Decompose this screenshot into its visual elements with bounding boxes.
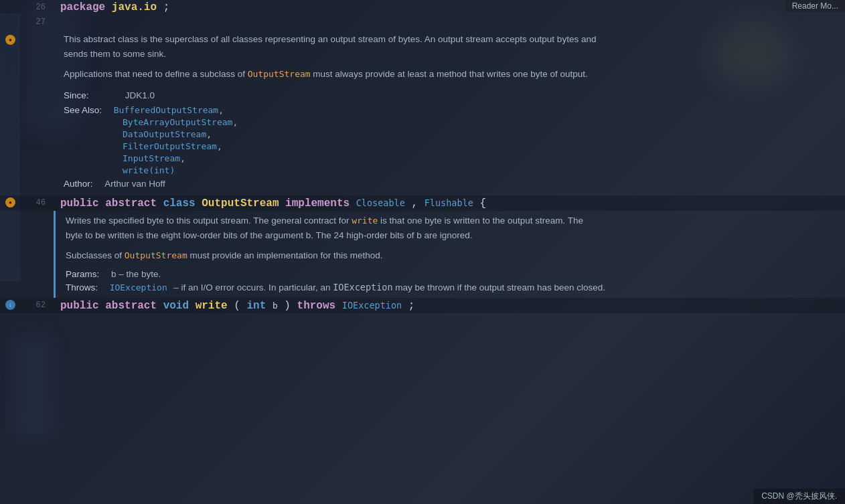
line-num-46: 46 ● (0, 195, 54, 210)
author-row: Author: Arthur van Hoff (64, 178, 845, 190)
see-bytearray[interactable]: ByteArrayOutputStream (123, 117, 232, 127)
code-line-62: public abstract void write ( int b ) thr… (54, 298, 845, 313)
line-num-26: 26 (0, 0, 54, 15)
method-desc-para1: Writes the specified byte to this output… (66, 214, 601, 243)
method-desc-para2: Subclasses of OutputStream must provide … (66, 248, 601, 263)
see-filteroutput[interactable]: FilterOutputStream (123, 141, 217, 151)
since-value: JDK1.0 (125, 90, 155, 100)
line-62: 62 ↓ public abstract void write ( int b … (0, 298, 845, 313)
see-writeint[interactable]: write(int) (123, 165, 175, 175)
class-desc-para1: This abstract class is the superclass of… (64, 32, 599, 62)
method-doc-block: Writes the specified byte to this output… (0, 211, 845, 298)
class-doc-content: This abstract class is the superclass of… (54, 29, 845, 195)
see-inputstream[interactable]: InputStream (123, 153, 180, 163)
line-46: 46 ● public abstract class OutputStream … (0, 195, 845, 211)
author-value: Arthur van Hoff (104, 179, 165, 189)
throws-keyword: throws (297, 300, 336, 312)
line46-icon: ● (5, 197, 15, 207)
line-num-27: 27 (0, 15, 54, 29)
line-num-62: 62 ↓ (0, 298, 54, 313)
class-gutter-icon: ● (5, 35, 15, 45)
reader-mode-label: Reader Mo... (785, 0, 845, 12)
method-doc-content: Writes the specified byte to this output… (54, 211, 845, 298)
line-26: 26 package java.io ; (0, 0, 845, 15)
throws-link[interactable]: IOException (110, 282, 167, 292)
params-row: Params: b – the byte. (66, 268, 845, 280)
see-also-block: See Also: BufferedOutputStream, ByteArra… (64, 104, 845, 177)
class-doc-block: ● This abstract class is the superclass … (0, 29, 845, 195)
code-line-46: public abstract class OutputStream imple… (54, 195, 845, 211)
since-row: Since: JDK1.0 (64, 88, 845, 103)
line-27: 27 (0, 15, 845, 29)
params-value: b – the byte. (111, 269, 161, 279)
throws-row: Throws: IOException – if an I/O error oc… (66, 282, 845, 294)
class-desc-para2: Applications that need to define a subcl… (64, 67, 599, 82)
see-buffered[interactable]: BufferedOutputStream (114, 105, 219, 115)
throws-desc: – if an I/O error occurs. In particular,… (173, 282, 605, 292)
package-name: java.io (112, 1, 157, 13)
package-keyword: package (60, 1, 105, 13)
code-line-26: package java.io ; (54, 0, 845, 15)
see-dataoutput[interactable]: DataOutputStream (123, 129, 206, 139)
bottom-bar: CSDN @秃头披风侠. (753, 489, 845, 504)
line62-icon: ↓ (5, 300, 15, 310)
